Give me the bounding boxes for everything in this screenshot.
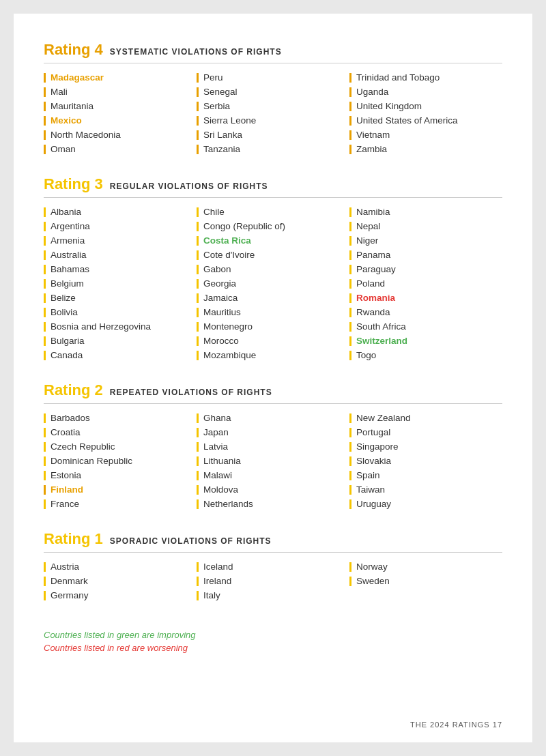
country-name: Cote d'Ivoire xyxy=(203,250,255,260)
country-name: Spain xyxy=(356,470,380,480)
country-name: Mali xyxy=(51,87,68,97)
section-rating2: Rating 2REPEATED VIOLATIONS OF RIGHTSBar… xyxy=(44,381,502,511)
country-bar xyxy=(349,308,351,317)
country-bar xyxy=(44,442,46,452)
country-bar xyxy=(349,336,351,346)
section-subtitle-rating3: REGULAR VIOLATIONS OF RIGHTS xyxy=(110,181,268,191)
country-bar xyxy=(44,562,46,572)
country-bar xyxy=(197,207,199,217)
list-item: France xyxy=(44,497,197,511)
country-name: Namibia xyxy=(356,207,390,217)
list-item: Armenia xyxy=(44,233,197,248)
list-item: Belize xyxy=(44,291,197,305)
country-bar xyxy=(197,250,199,260)
rating-label-rating1: Rating 1 xyxy=(44,530,103,548)
country-bar xyxy=(197,456,199,466)
country-bar xyxy=(349,428,351,437)
country-bar xyxy=(44,428,46,437)
country-bar xyxy=(44,116,46,126)
legend: Countries listed in green are improving … xyxy=(44,623,502,653)
country-name: Ghana xyxy=(203,413,231,423)
section-subtitle-rating2: REPEATED VIOLATIONS OF RIGHTS xyxy=(110,388,272,397)
list-item: Netherlands xyxy=(197,497,349,511)
country-name: Norway xyxy=(356,562,388,572)
country-name: Italy xyxy=(203,590,220,600)
country-name: Uruguay xyxy=(356,499,391,509)
list-item: Mauritania xyxy=(44,99,197,113)
list-item: Czech Republic xyxy=(44,439,197,454)
country-name: Malawi xyxy=(203,470,232,480)
country-name: North Macedonia xyxy=(51,130,121,140)
country-name: Costa Rica xyxy=(203,235,251,246)
country-bar xyxy=(197,485,199,495)
list-item: Mozambique xyxy=(197,348,349,362)
country-bar xyxy=(349,442,351,452)
list-item: Slovakia xyxy=(349,454,502,468)
page: Rating 4SYSTEMATIC VIOLATIONS OF RIGHTSM… xyxy=(14,14,532,742)
legend-green: Countries listed in green are improving xyxy=(44,630,502,640)
country-bar xyxy=(349,351,351,360)
country-bar xyxy=(197,116,199,126)
country-name: Netherlands xyxy=(203,499,253,509)
country-name: Rwanda xyxy=(356,307,390,317)
list-item: Oman xyxy=(44,142,197,156)
country-name: Sweden xyxy=(356,576,390,586)
list-item: United States of America xyxy=(349,113,502,128)
section-rating3: Rating 3REGULAR VIOLATIONS OF RIGHTSAlba… xyxy=(44,175,502,362)
country-bar xyxy=(197,499,199,509)
country-name: Mexico xyxy=(51,115,82,126)
country-name: United States of America xyxy=(356,115,458,126)
country-name: Gabon xyxy=(203,264,231,274)
country-bar xyxy=(349,207,351,217)
countries-grid-rating4: MadagascarPeruTrinidad and TobagoMaliSen… xyxy=(44,70,502,156)
list-item: Sri Lanka xyxy=(197,128,349,142)
list-item: Argentina xyxy=(44,219,197,233)
country-name: Nepal xyxy=(356,221,380,231)
country-bar xyxy=(349,471,351,480)
country-bar xyxy=(349,265,351,274)
country-name: France xyxy=(51,499,79,509)
country-name: Sierra Leone xyxy=(203,115,256,126)
list-item: Albania xyxy=(44,205,197,219)
country-name: Belgium xyxy=(51,278,84,289)
list-item: Uganda xyxy=(349,85,502,99)
list-item: Spain xyxy=(349,468,502,482)
list-item: Switzerland xyxy=(349,334,502,348)
country-name: Madagascar xyxy=(51,72,104,83)
country-name: Japan xyxy=(203,427,229,437)
list-item: Peru xyxy=(197,70,349,85)
list-item: Ghana xyxy=(197,411,349,425)
country-name: Moldova xyxy=(203,484,238,495)
country-bar xyxy=(197,279,199,289)
list-item: Niger xyxy=(349,233,502,248)
country-name: Montenegro xyxy=(203,321,253,332)
country-name: Poland xyxy=(356,278,385,289)
country-bar xyxy=(349,222,351,231)
country-name: Singapore xyxy=(356,441,399,452)
country-bar xyxy=(44,102,46,111)
country-name: Switzerland xyxy=(356,336,407,346)
country-bar xyxy=(197,591,199,600)
country-bar xyxy=(197,413,199,423)
country-name: Senegal xyxy=(203,87,238,97)
country-bar xyxy=(349,562,351,572)
list-item: Denmark xyxy=(44,574,197,588)
country-name: Denmark xyxy=(51,576,88,586)
countries-grid-rating1: AustriaIcelandNorwayDenmarkIrelandSweden… xyxy=(44,559,502,602)
country-name: Togo xyxy=(356,350,376,360)
country-name: Croatia xyxy=(51,427,81,437)
country-name: Albania xyxy=(51,207,81,217)
country-bar xyxy=(44,145,46,154)
list-item: Vietnam xyxy=(349,128,502,142)
list-item: Rwanda xyxy=(349,305,502,319)
section-header-rating2: Rating 2REPEATED VIOLATIONS OF RIGHTS xyxy=(44,381,502,404)
list-item: Belgium xyxy=(44,276,197,291)
legend-red: Countries listed in red are worsening xyxy=(44,643,502,653)
list-item: Paraguay xyxy=(349,262,502,276)
country-bar xyxy=(197,471,199,480)
country-name: Bolivia xyxy=(51,307,78,317)
footer: THE 2024 RATINGS 17 xyxy=(410,721,502,729)
country-name: Paraguay xyxy=(356,264,396,274)
country-name: Mozambique xyxy=(203,350,256,360)
list-item: Japan xyxy=(197,425,349,439)
